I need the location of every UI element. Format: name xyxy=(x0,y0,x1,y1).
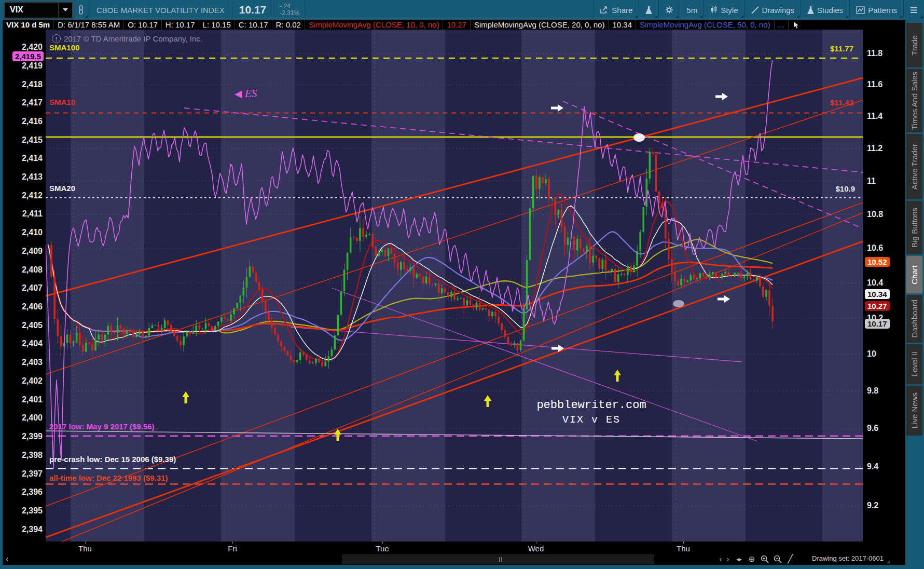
es-last-price-bubble: 2,419.5 xyxy=(12,51,44,61)
drawing-set-selector[interactable]: Drawing set: 2017-0601 xyxy=(812,554,884,562)
vix-axis-label: 11.4 xyxy=(867,112,882,120)
day-tick xyxy=(382,541,383,544)
study-value-bubble: 10.52 xyxy=(865,257,890,267)
pencil-icon[interactable]: ╱ xyxy=(785,553,795,565)
page-left-icon[interactable]: ‹ xyxy=(718,553,724,565)
sidebar-tab-active-trader[interactable]: Active Trader xyxy=(906,134,922,199)
header-field: D: 6/1/17 8:55 AM xyxy=(54,20,124,30)
page-right-icon[interactable]: › xyxy=(725,553,731,565)
sidebar-tab-big-buttons[interactable]: Big Buttons xyxy=(906,201,922,254)
vix-axis-label: 10.4 xyxy=(867,279,883,287)
pattern-icon xyxy=(856,6,865,14)
gear-button[interactable] xyxy=(659,0,680,20)
zoom-out-icon[interactable] xyxy=(772,553,783,565)
es-axis-label: 2,410 xyxy=(22,228,43,237)
flask-icon xyxy=(807,6,814,14)
vix-axis-label: 11.2 xyxy=(867,144,882,153)
symbol-description: CBOE MARKET VOLATILITY INDEX xyxy=(89,6,232,15)
es-axis-label: 2,409 xyxy=(22,247,43,255)
pan-icon[interactable]: ◂▸ xyxy=(733,553,744,565)
crosshair-icon[interactable]: ⊕ xyxy=(747,553,757,565)
link-icon[interactable] xyxy=(73,0,89,20)
chart-annotation: 2017 low: May 9 2017 ($9.56) xyxy=(49,423,155,431)
sidebar-tab-chart[interactable]: Chart xyxy=(906,256,922,293)
triangle-left-icon: ◀ xyxy=(235,88,242,99)
watermark-title: VIX v ES xyxy=(562,414,620,426)
chart-annotation: $10.9 xyxy=(751,185,855,193)
chart-annotation: SMA100 xyxy=(49,44,79,52)
button-label: Studies xyxy=(817,6,843,15)
share-button[interactable]: Share xyxy=(594,0,639,20)
day-label: Tue xyxy=(376,544,389,553)
button-label: Drawings xyxy=(762,6,795,15)
line-icon xyxy=(751,6,759,14)
header-field: C: 10.17 xyxy=(235,20,272,30)
es-axis-label: 2,405 xyxy=(22,321,43,330)
day-tick xyxy=(683,541,684,544)
vix-axis-label: 9.8 xyxy=(867,387,878,395)
vix-axis-label: 9.2 xyxy=(867,502,878,510)
day-label: Wed xyxy=(528,544,544,553)
scrollbar-handle[interactable] xyxy=(498,557,503,562)
toolbar-buttons: Share5mStyleDrawingsStudiesPatterns xyxy=(593,0,924,20)
style-button[interactable]: Style xyxy=(704,0,744,20)
es-axis-label: 2,402 xyxy=(22,377,43,385)
zoom-in-icon[interactable] xyxy=(759,553,770,565)
menu-icon xyxy=(910,7,918,13)
vix-axis-label: 11 xyxy=(867,177,876,185)
symbol-dropdown[interactable]: VIX xyxy=(4,2,73,19)
chart-annotation: all-time low: Dec 22 1993 ($9.31) xyxy=(49,474,168,482)
right-gadget-sidebar: TradeTimes And SalesActive TraderBig But… xyxy=(905,20,924,565)
drawings-button[interactable]: Drawings xyxy=(745,0,801,20)
vix-price-axis[interactable]: 11.811.611.411.21110.810.610.410.2109.89… xyxy=(863,30,905,553)
header-field: H: 10.17 xyxy=(162,20,199,30)
header-field: 10.27 xyxy=(443,20,471,30)
sidebar-tab-dashboard[interactable]: Dashboard xyxy=(906,295,922,343)
vix-axis-label: 10.8 xyxy=(867,210,883,219)
header-field: 10.34 xyxy=(609,20,636,30)
chart-annotation: SMA10 xyxy=(49,98,75,106)
sidebar-tab-trade[interactable]: Trade xyxy=(906,23,922,67)
es-axis-label: 2,398 xyxy=(22,451,43,459)
chart-plot-area[interactable] xyxy=(46,30,863,541)
time-axis[interactable]: ThuFriTueWedThu xyxy=(3,541,863,553)
chart-header: VIX 10 d 5mD: 6/1/17 8:55 AMO: 10.17H: 1… xyxy=(3,20,905,30)
header-field: R: 0.02 xyxy=(272,20,305,30)
time-scrollbar[interactable] xyxy=(342,554,654,564)
vix-axis-label: 11.8 xyxy=(867,49,882,58)
chart-canvas xyxy=(46,30,863,541)
es-price-axis[interactable]: 2,4202,4192,4182,4172,4162,4152,4142,413… xyxy=(3,30,46,553)
day-tick xyxy=(85,541,86,544)
menu-button[interactable] xyxy=(904,0,924,20)
cursor-tool-icon[interactable] xyxy=(793,21,800,29)
timeframe-button[interactable]: 5m xyxy=(680,0,704,20)
es-axis-label: 2,397 xyxy=(22,470,43,478)
button-label: Share xyxy=(612,6,632,15)
es-axis-label: 2,396 xyxy=(22,488,43,496)
vix-axis-label: 9.6 xyxy=(867,424,878,432)
symbol-value: VIX xyxy=(5,5,58,15)
share-icon xyxy=(600,6,609,14)
day-label: Thu xyxy=(677,544,690,553)
day-label: Thu xyxy=(78,544,92,553)
symbol-dropdown-button[interactable] xyxy=(58,3,72,18)
top-toolbar: VIX CBOE MARKET VOLATILITY INDEX 10.17 -… xyxy=(0,0,924,20)
sidebar-tab-live-news[interactable]: Live News xyxy=(906,386,922,436)
day-label: Fri xyxy=(228,544,237,553)
es-axis-label: 2,416 xyxy=(22,117,43,126)
header-field: SimpleMovingAvg (CLOSE, 50, 0, no) xyxy=(636,20,775,30)
flask-button[interactable] xyxy=(639,0,658,20)
studies-button[interactable]: Studies xyxy=(801,0,849,20)
candle-icon xyxy=(710,6,718,14)
thinkorswim-window: { "toolbar": { "symbol": "VIX", "descrip… xyxy=(0,0,924,569)
bottom-toolbar: ‹ ‹ › ◂▸ ⊕ ╱ Drawing set: 2017-0601 xyxy=(3,553,905,565)
study-value-bubble: 10.34 xyxy=(865,289,890,299)
es-series-label: ◀ ES xyxy=(235,87,257,100)
button-label: 5m xyxy=(686,6,697,15)
sidebar-tab-level-ii[interactable]: Level II xyxy=(906,344,922,384)
scroll-left-icon[interactable]: ‹ xyxy=(4,553,11,565)
patterns-button[interactable]: Patterns xyxy=(850,0,903,20)
es-axis-label: 2,406 xyxy=(22,303,43,311)
flask-icon xyxy=(645,6,652,14)
sidebar-tab-times-and-sales[interactable]: Times And Sales xyxy=(906,69,922,132)
